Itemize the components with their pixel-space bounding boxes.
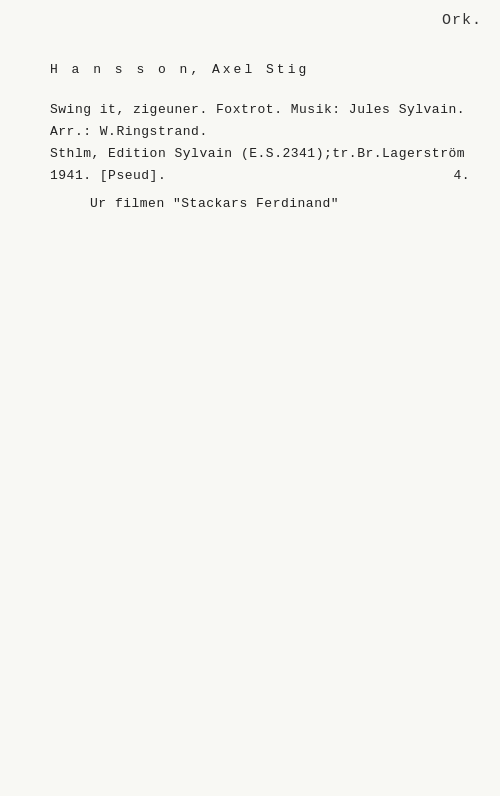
author-name: H a n s s o n, Axel Stig (50, 62, 470, 77)
content-line-4-main: 1941. [Pseud]. (50, 168, 166, 183)
content-line-4-number: 4. (453, 165, 470, 187)
page: Ork. H a n s s o n, Axel Stig Swing it, … (0, 0, 500, 796)
content-block: Swing it, zigeuner. Foxtrot. Musik: Jule… (50, 99, 470, 215)
content-line-5: Ur filmen "Stackars Ferdinand" (90, 193, 470, 215)
content-line-2: Arr.: W.Ringstrand. (50, 121, 470, 143)
content-line-1: Swing it, zigeuner. Foxtrot. Musik: Jule… (50, 99, 470, 121)
content-line-4: 1941. [Pseud]. 4. (50, 165, 470, 187)
content-line-3: Sthlm, Edition Sylvain (E.S.2341);tr.Br.… (50, 143, 470, 165)
top-right-label: Ork. (442, 12, 482, 29)
